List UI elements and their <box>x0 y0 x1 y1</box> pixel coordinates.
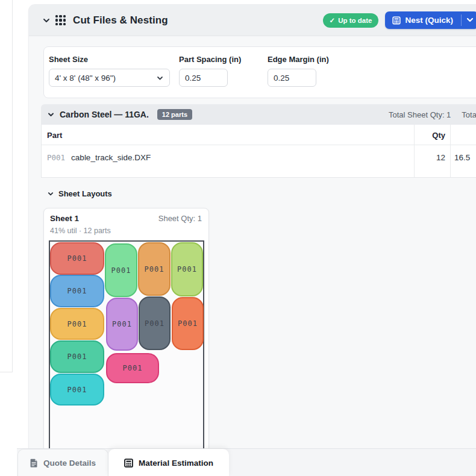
parts-count-badge: 12 parts <box>157 109 192 120</box>
extra-cell: 16.5 <box>454 153 470 162</box>
sheet-canvas: P001P001P001P001P001P001P001P001P001P001… <box>49 240 204 475</box>
tab-quote-label: Quote Details <box>43 459 96 468</box>
chevron-down-icon <box>156 74 164 82</box>
nested-part: P001 <box>50 340 104 373</box>
collapse-chevron-icon[interactable] <box>42 16 51 25</box>
chevron-down-icon <box>47 111 55 119</box>
nested-part: P001 <box>50 242 104 275</box>
nested-part: P001 <box>172 297 204 350</box>
sheet-layouts-title: Sheet Layouts <box>58 189 112 198</box>
part-cell: P001 cable_track_side.DXF <box>47 153 151 162</box>
nested-part: P001 <box>138 242 171 296</box>
parts-table: Part Qty P001 cable_track_side.DXF 12 16… <box>41 125 476 178</box>
edge-margin-field: Edge Margin (in) <box>268 55 329 87</box>
part-spacing-field: Part Spacing (in) <box>179 55 241 87</box>
sheet-card: Sheet 1 Sheet Qty: 1 41% util · 12 parts… <box>43 208 209 476</box>
chevron-down-icon <box>47 190 54 198</box>
col-qty-header: Qty <box>414 125 450 145</box>
nested-part: P001 <box>106 298 138 351</box>
nested-part: P001 <box>171 242 203 296</box>
page-title: Cut Files & Nesting <box>73 14 168 27</box>
col-part-header: Part <box>47 125 62 145</box>
tab-material-estimation[interactable]: Material Estimation <box>108 449 229 476</box>
calculator-icon <box>124 459 133 468</box>
nested-part: P001 <box>139 296 171 350</box>
edge-margin-input[interactable] <box>268 69 316 87</box>
sheet-layouts-header[interactable]: Sheet Layouts <box>47 189 112 198</box>
nested-part: P001 <box>50 308 104 340</box>
part-spacing-input[interactable] <box>179 69 228 87</box>
panel-header: Cut Files & Nesting ✓ Up to date Nest (Q… <box>29 5 476 36</box>
status-badge: ✓ Up to date <box>323 13 379 28</box>
nesting-grid-icon <box>55 15 66 25</box>
calculator-icon <box>392 16 401 25</box>
sheet-size-field: Sheet Size 4' x 8' (48" x 96") <box>49 55 170 87</box>
bottom-tab-bar: Quote Details Material Estimation <box>17 448 476 476</box>
tab-quote-details[interactable]: Quote Details <box>17 449 108 476</box>
page-left-divider <box>12 0 13 372</box>
sheet-card-header: Sheet 1 Sheet Qty: 1 <box>44 208 208 223</box>
sheet-title: Sheet 1 <box>50 214 79 223</box>
table-row: P001 cable_track_side.DXF 12 16.5 <box>42 146 476 177</box>
sheet-meta: 41% util · 12 parts <box>44 223 208 235</box>
table-header-row: Part Qty <box>42 125 476 145</box>
nested-part: P001 <box>50 275 104 307</box>
document-icon <box>30 459 38 468</box>
sheet-size-value: 4' x 8' (48" x 96") <box>55 74 116 83</box>
page-left-divider-bottom <box>0 372 13 372</box>
material-group-title: Carbon Steel — 11GA. <box>60 110 149 119</box>
group-totals: Total Sheet Qty: 1 Total S <box>389 104 476 125</box>
nested-part: P001 <box>105 243 137 297</box>
material-group-header[interactable]: Carbon Steel — 11GA. 12 parts Total Shee… <box>41 104 476 125</box>
sheet-size-label: Sheet Size <box>49 55 170 64</box>
edge-margin-label: Edge Margin (in) <box>268 55 329 64</box>
caret-down-icon <box>467 18 473 22</box>
nest-quick-split-button: Nest (Quick) <box>385 11 476 29</box>
nest-quick-button[interactable]: Nest (Quick) <box>385 11 461 29</box>
cut-files-nesting-panel: Cut Files & Nesting ✓ Up to date Nest (Q… <box>29 5 476 476</box>
nested-part: P001 <box>50 374 104 406</box>
total-sheet-qty: Total Sheet Qty: 1 <box>389 110 451 119</box>
tab-material-label: Material Estimation <box>139 459 213 468</box>
nesting-settings-card: Sheet Size 4' x 8' (48" x 96") Part Spac… <box>43 46 476 98</box>
sheet-size-select[interactable]: 4' x 8' (48" x 96") <box>49 69 170 87</box>
total-clipped: Total S <box>462 110 476 119</box>
check-icon: ✓ <box>330 16 336 25</box>
sheet-qty: Sheet Qty: 1 <box>158 214 202 223</box>
part-spacing-label: Part Spacing (in) <box>179 55 241 64</box>
part-filename: cable_track_side.DXF <box>71 153 151 162</box>
nest-options-dropdown[interactable] <box>462 11 476 29</box>
qty-cell: 12 <box>414 153 450 162</box>
part-number: P001 <box>47 153 65 162</box>
nested-part: P001 <box>106 353 159 383</box>
